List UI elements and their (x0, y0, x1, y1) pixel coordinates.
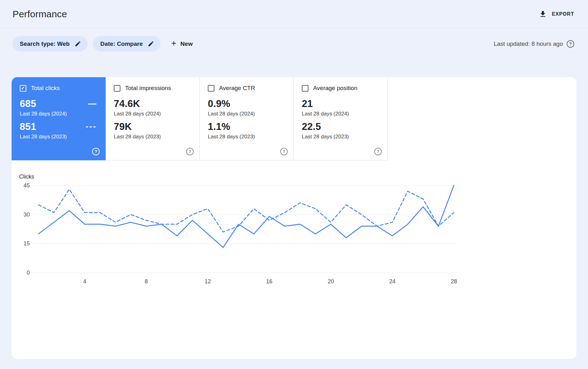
search-type-chip-label: Search type: Web (20, 40, 70, 47)
solid-line-legend-icon (88, 104, 97, 104)
pencil-icon (75, 40, 81, 47)
plus-icon: + (171, 39, 176, 48)
svg-text:12: 12 (205, 278, 211, 285)
metric-value-2023: 79K (114, 121, 132, 132)
metric-value-2024: 685 (20, 98, 36, 110)
svg-text:Clicks: Clicks (19, 174, 34, 180)
metric-period-2024: Last 28 days (2024) (20, 111, 99, 117)
checkmark-icon: ✓ (21, 86, 25, 91)
performance-panel: ✓ Total clicks 685 Last 28 days (2024) 8… (12, 77, 576, 359)
metric-value-2023: 1.1% (208, 121, 230, 132)
svg-text:20: 20 (328, 278, 334, 285)
export-button[interactable]: EXPORT (539, 10, 574, 18)
new-filter-button[interactable]: + New (171, 40, 192, 48)
metric-card-average-ctr[interactable]: Average CTR 0.9% Last 28 days (2024) 1.1… (200, 77, 294, 160)
metric-cards: ✓ Total clicks 685 Last 28 days (2024) 8… (12, 77, 576, 160)
metric-card-average-position[interactable]: Average position 21 Last 28 days (2024) … (294, 77, 388, 160)
metric-label: Average CTR (219, 85, 255, 92)
dashed-line-legend-icon (86, 126, 97, 127)
svg-text:30: 30 (24, 211, 30, 218)
metric-card-total-clicks[interactable]: ✓ Total clicks 685 Last 28 days (2024) 8… (12, 77, 106, 160)
pencil-icon (148, 40, 154, 47)
page-header: Performance EXPORT (0, 0, 588, 28)
metric-period-2023: Last 28 days (2023) (114, 134, 193, 140)
help-icon[interactable]: ? (374, 148, 382, 155)
filter-bar: Search type: Web Date: Compare + New Las… (0, 28, 588, 51)
export-label: EXPORT (552, 11, 574, 17)
metric-value-2024: 0.9% (208, 98, 230, 110)
last-updated-text: Last updated: 8 hours ago (494, 40, 563, 47)
search-type-chip[interactable]: Search type: Web (13, 36, 87, 51)
svg-text:15: 15 (24, 240, 30, 247)
svg-text:45: 45 (24, 182, 30, 189)
performance-line-chart[interactable]: 0153045481216202428Clicks (12, 160, 576, 292)
metric-value-2023: 22.5 (302, 121, 321, 132)
help-icon[interactable]: ? (280, 148, 288, 155)
help-icon[interactable]: ? (186, 148, 194, 155)
svg-text:28: 28 (451, 278, 457, 285)
date-compare-chip-label: Date: Compare (100, 40, 143, 47)
svg-text:8: 8 (144, 278, 148, 285)
metric-value-2024: 74.6K (114, 98, 140, 110)
metric-period-2023: Last 28 days (2023) (302, 134, 381, 140)
checkbox-total-clicks[interactable]: ✓ (20, 85, 26, 92)
clicks-chart-section: 0153045481216202428Clicks (12, 160, 576, 292)
download-icon (539, 10, 547, 18)
date-compare-chip[interactable]: Date: Compare (93, 36, 160, 51)
svg-text:0: 0 (27, 270, 30, 276)
svg-text:16: 16 (266, 278, 272, 285)
metric-period-2024: Last 28 days (2024) (208, 111, 287, 117)
last-updated: Last updated: 8 hours ago ? (494, 40, 574, 48)
metric-label: Total clicks (31, 85, 60, 92)
metric-card-total-impressions[interactable]: Total impressions 74.6K Last 28 days (20… (106, 77, 200, 160)
svg-text:24: 24 (389, 278, 396, 285)
metric-label: Total impressions (125, 85, 171, 92)
page-title: Performance (13, 9, 67, 19)
checkbox-average-ctr[interactable] (208, 85, 214, 92)
checkbox-total-impressions[interactable] (114, 85, 120, 92)
checkbox-average-position[interactable] (302, 85, 308, 92)
metric-period-2023: Last 28 days (2023) (20, 134, 99, 140)
help-icon[interactable]: ? (92, 148, 100, 155)
help-icon[interactable]: ? (567, 40, 574, 48)
metric-period-2023: Last 28 days (2023) (208, 134, 287, 140)
metric-period-2024: Last 28 days (2024) (114, 111, 193, 117)
metric-label: Average position (313, 85, 357, 92)
svg-text:4: 4 (83, 278, 86, 285)
metric-value-2024: 21 (302, 98, 313, 110)
metric-period-2024: Last 28 days (2024) (302, 111, 381, 117)
new-filter-label: New (181, 40, 193, 47)
metric-value-2023: 851 (20, 121, 36, 132)
